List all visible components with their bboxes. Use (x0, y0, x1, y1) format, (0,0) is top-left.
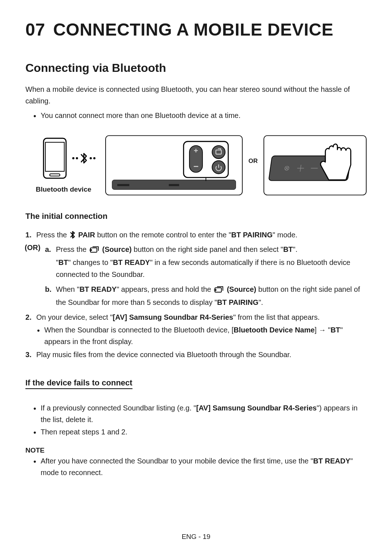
svg-rect-0 (44, 138, 66, 178)
note-bullet-1: After you have connected the Soundbar to… (41, 455, 367, 478)
phone-column: Bluetooth device (25, 138, 102, 193)
fails-bullet-1: If a previously connected Soundbar listi… (41, 402, 367, 425)
svg-text:−: − (193, 162, 199, 171)
svg-rect-2 (50, 174, 60, 176)
source-icon (214, 285, 224, 297)
svg-point-3 (72, 157, 74, 159)
svg-point-4 (76, 157, 78, 159)
steps-list-continued: On your device, select "[AV] Samsung Sou… (25, 311, 367, 361)
step-1: Press the PAIR button on the remote cont… (25, 229, 367, 242)
chapter-title: 07CONNECTING A MOBILE DEVICE (25, 20, 367, 40)
section-title: Connecting via Bluetooth (25, 61, 367, 75)
chapter-text: CONNECTING A MOBILE DEVICE (53, 20, 333, 39)
substeps-list: a. Press the (Source) button on the righ… (45, 244, 367, 308)
svg-rect-1 (45, 142, 64, 171)
intro-bullet-list: You cannot connect more than one Bluetoo… (25, 110, 367, 121)
fails-bullet-2: Then repeat steps 1 and 2. (41, 426, 367, 438)
phone-bluetooth-illustration (25, 138, 102, 181)
step-2: On your device, select "[AV] Samsung Sou… (25, 311, 367, 347)
or-label: (OR) (25, 244, 40, 252)
svg-rect-10 (169, 184, 179, 186)
source-icon (89, 245, 99, 257)
manual-page: 07CONNECTING A MOBILE DEVICE Connecting … (0, 0, 392, 556)
note-label: NOTE (25, 446, 367, 454)
diagram-or-label: OR (249, 158, 258, 165)
intro-bullet: You cannot connect more than one Bluetoo… (41, 110, 367, 121)
step-2-bullet: When the Soundbar is connected to the Bl… (44, 324, 367, 347)
svg-rect-9 (117, 184, 129, 186)
step-3: Play music files from the device connect… (25, 349, 367, 361)
svg-point-6 (93, 157, 95, 159)
initial-connection-heading: The initial connection (25, 212, 367, 221)
bluetooth-pair-icon (70, 230, 75, 242)
svg-point-15 (212, 146, 225, 159)
intro-paragraph: When a mobile device is connected using … (25, 83, 367, 107)
step-b: b. When "BT READY" appears, press and ho… (45, 283, 367, 308)
svg-point-5 (90, 157, 92, 159)
note-list: After you have connected the Soundbar to… (25, 455, 367, 478)
chapter-number: 07 (25, 20, 45, 40)
bluetooth-icon (81, 154, 86, 163)
page-footer: ENG - 19 (0, 533, 392, 541)
phone-label: Bluetooth device (36, 185, 91, 193)
steps-list: Press the PAIR button on the remote cont… (25, 229, 367, 242)
side-panel-illustration (264, 134, 367, 197)
soundbar-remote-illustration: + − (105, 134, 243, 197)
svg-text:+: + (194, 146, 198, 155)
step-a: a. Press the (Source) button on the righ… (45, 244, 367, 281)
connection-diagram: Bluetooth device + − (25, 134, 367, 197)
or-block: (OR) a. Press the (Source) button on the… (25, 244, 367, 308)
fails-list: If a previously connected Soundbar listi… (25, 402, 367, 438)
fails-heading: If the device fails to connect (25, 378, 132, 389)
